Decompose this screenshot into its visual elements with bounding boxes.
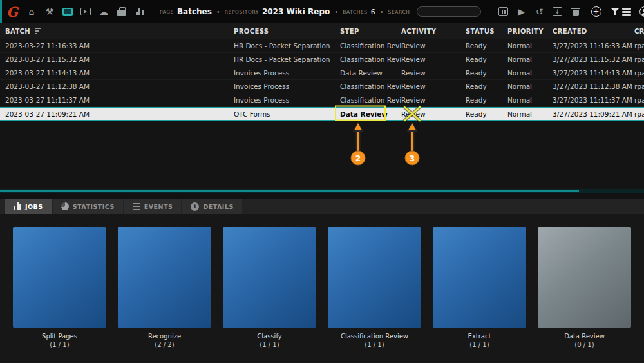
table-row[interactable]: 2023-03-27 11:16:33 AM HR Docs - Packet … xyxy=(0,39,644,53)
pause-icon[interactable] xyxy=(498,6,509,17)
cell-status: Ready xyxy=(466,42,507,50)
column-header-priority[interactable]: PRIORITY xyxy=(507,28,553,35)
download-icon[interactable]: ↓ xyxy=(552,6,564,17)
job-tile-thumbnail[interactable] xyxy=(433,227,526,328)
cell-batch: 2023-03-27 11:12:38 AM xyxy=(0,83,234,90)
add-batch-icon[interactable]: + xyxy=(591,6,602,17)
cell-priority: Normal xyxy=(507,83,553,90)
repository-value[interactable]: 2023 Wiki Repo xyxy=(262,7,330,16)
tools-icon[interactable]: ⚒ xyxy=(44,6,55,17)
column-header-step[interactable]: STEP xyxy=(340,28,401,35)
cell-batch: 2023-03-27 11:14:13 AM xyxy=(0,69,234,77)
filter-icon[interactable] xyxy=(609,6,621,17)
search-input[interactable] xyxy=(417,6,481,17)
job-tile[interactable]: Data Review (0 / 1) xyxy=(538,227,631,349)
tab-events[interactable]: EVENTS xyxy=(124,199,182,214)
play-icon[interactable]: ▶ xyxy=(516,6,527,17)
info-icon: i xyxy=(191,202,199,211)
cell-created: 3/27/2023 11:14:13 AM xyxy=(553,69,634,77)
job-tile-thumbnail[interactable] xyxy=(328,227,421,328)
column-header-created[interactable]: CREATED xyxy=(553,28,634,35)
tab-statistics[interactable]: STATISTICS xyxy=(53,199,123,214)
column-header-activity[interactable]: ACTIVITY xyxy=(401,28,466,35)
cell-step: Data Review xyxy=(340,110,401,118)
cell-batch: 2023-03-27 11:11:37 AM xyxy=(0,96,234,104)
separator-dot: • xyxy=(216,8,220,15)
batch-table-body: 2023-03-27 11:16:33 AM HR Docs - Packet … xyxy=(0,39,644,189)
job-tile-thumbnail[interactable] xyxy=(118,227,211,328)
briefcase-icon[interactable] xyxy=(116,6,128,17)
context-breadcrumb: PAGE Batches • REPOSITORY 2023 Wiki Repo… xyxy=(160,6,481,17)
job-tile-thumbnail[interactable] xyxy=(223,227,316,328)
job-tile[interactable]: Split Pages (1 / 1) xyxy=(13,227,106,349)
history-icon[interactable]: ↺ xyxy=(534,6,545,17)
cloud-icon[interactable]: ☁ xyxy=(98,6,109,17)
user-account-icon[interactable] xyxy=(639,6,644,17)
job-tile-thumbnail[interactable] xyxy=(13,227,106,328)
tab-details[interactable]: i DETAILS xyxy=(182,199,242,214)
cell-step: Classification Revi... xyxy=(340,83,401,90)
trash-icon[interactable] xyxy=(570,6,582,17)
cell-activity: Review xyxy=(401,83,466,90)
job-tile-name: Recognize xyxy=(118,332,211,340)
column-header-status[interactable]: STATUS xyxy=(466,28,507,35)
column-header-batch[interactable]: BATCH xyxy=(0,28,234,35)
main-nav: ⌂ ⚒ ☁ xyxy=(26,6,146,17)
cell-process: Invoices Process xyxy=(234,96,340,104)
cell-step: Classification Revi... xyxy=(340,55,401,63)
table-row[interactable]: 2023-03-27 11:11:37 AM Invoices Process … xyxy=(0,93,644,107)
job-tile[interactable]: Classification Review (1 / 1) xyxy=(328,227,421,349)
batches-monitor-icon[interactable] xyxy=(62,6,73,17)
cell-batch: 2023-03-27 11:15:32 AM xyxy=(0,55,234,63)
job-tile-thumbnail[interactable] xyxy=(538,227,631,328)
top-toolbar: G ⌂ ⚒ ☁ PAGE Batches • REPOSITORY 2023 W… xyxy=(0,0,644,23)
job-tile[interactable]: Classify (1 / 1) xyxy=(223,227,316,349)
search-label: SEARCH xyxy=(388,9,410,15)
cell-step: Classification Revi... xyxy=(340,96,401,104)
tab-label: EVENTS xyxy=(144,203,173,210)
job-tile-count: (1 / 1) xyxy=(223,340,316,349)
bar-chart-icon[interactable] xyxy=(134,6,146,17)
media-icon[interactable] xyxy=(80,6,91,17)
job-tile-count: (1 / 1) xyxy=(433,340,526,349)
tab-label: JOBS xyxy=(25,203,43,210)
job-tile-count: (0 / 1) xyxy=(538,340,631,349)
jobs-panel: Split Pages (1 / 1) Recognize (2 / 2) Cl… xyxy=(0,214,644,363)
cell-activity: Review xyxy=(401,69,466,77)
batches-count-label: BATCHES xyxy=(343,9,367,15)
cell-priority: Normal xyxy=(507,110,553,118)
page-label: PAGE xyxy=(160,9,174,15)
bottom-tab-bar: JOBS STATISTICS EVENTS i DETAILS xyxy=(0,199,644,214)
home-icon[interactable]: ⌂ xyxy=(26,6,37,17)
app-logo: G xyxy=(6,4,18,20)
batch-action-buttons: ▶ ↺ ↓ xyxy=(498,6,582,17)
table-row[interactable]: 2023-03-27 11:15:32 AM HR Docs - Packet … xyxy=(0,53,644,66)
briefcase-glyph xyxy=(117,10,126,16)
cell-process: OTC Forms xyxy=(234,110,340,118)
column-header-process[interactable]: PROCESS xyxy=(234,28,340,35)
cell-priority: Normal xyxy=(507,42,553,50)
cell-created: 3/27/2023 11:15:32 AM xyxy=(553,55,634,63)
user-glyph xyxy=(639,6,644,17)
separator-dot: • xyxy=(380,8,384,15)
sort-menu-icon[interactable] xyxy=(35,28,41,34)
layers-icon[interactable] xyxy=(621,6,632,17)
table-header-row: BATCH PROCESS STEP ACTIVITY STATUS PRIOR… xyxy=(0,23,644,39)
table-row[interactable]: 2023-03-27 11:14:13 AM Invoices Process … xyxy=(0,66,644,80)
table-row[interactable]: 2023-03-27 11:09:21 AM OTC Forms Data Re… xyxy=(0,107,644,121)
monitor-glyph xyxy=(62,8,73,16)
repository-label: REPOSITORY xyxy=(225,9,259,15)
bars-glyph xyxy=(136,8,144,15)
cell-created: 3/27/2023 11:09:21 AM xyxy=(553,110,634,118)
job-tile[interactable]: Recognize (2 / 2) xyxy=(118,227,211,349)
video-glyph xyxy=(80,8,91,15)
pause-glyph xyxy=(498,7,508,16)
scrollbar-thumb[interactable] xyxy=(0,190,579,192)
list-icon xyxy=(133,203,140,210)
column-header-created-by[interactable]: CRE xyxy=(634,28,644,35)
job-tile[interactable]: Extract (1 / 1) xyxy=(433,227,526,349)
table-row[interactable]: 2023-03-27 11:12:38 AM Invoices Process … xyxy=(0,80,644,93)
job-tile-name: Classify xyxy=(223,332,316,340)
tab-jobs[interactable]: JOBS xyxy=(5,199,52,214)
page-value[interactable]: Batches xyxy=(177,7,212,16)
